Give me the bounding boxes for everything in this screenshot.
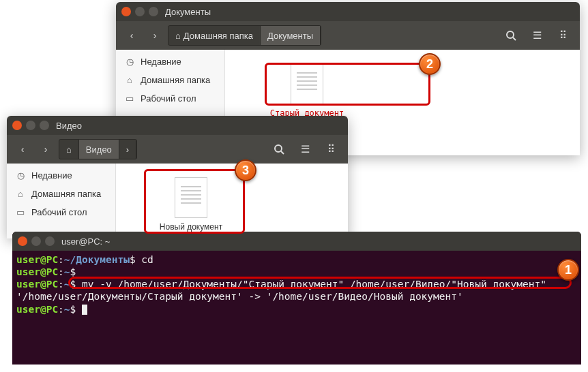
close-icon[interactable] (12, 121, 22, 130)
clock-icon: ◷ (124, 57, 135, 67)
sidebar-item-home[interactable]: ⌂ Домашняя папка (116, 71, 224, 89)
svg-point-0 (507, 31, 514, 38)
sidebar-item-label: Недавние (31, 170, 72, 181)
forward-button[interactable]: › (35, 139, 56, 159)
chevron-right-icon: › (126, 144, 129, 155)
terminal-output: '/home/user/Документы/Старый документ' -… (16, 290, 577, 303)
list-view-button[interactable]: ☰ (525, 25, 548, 46)
breadcrumb-current-label: Видео (86, 144, 112, 155)
breadcrumb-home-label: Домашняя папка (183, 31, 253, 41)
document-icon (291, 63, 323, 104)
marker-badge: 3 (235, 159, 256, 181)
sidebar-item-recent[interactable]: ◷ Недавние (116, 52, 224, 71)
svg-point-2 (275, 145, 282, 152)
file-item[interactable]: Новый документ (150, 177, 232, 232)
marker-badge: 2 (419, 53, 441, 75)
maximize-icon[interactable] (45, 236, 55, 246)
grid-view-button[interactable]: ⠿ (319, 139, 342, 159)
titlebar: Документы (116, 2, 580, 21)
breadcrumb-home[interactable]: ⌂ Домашняя папка (168, 26, 261, 45)
home-icon: ⌂ (175, 31, 181, 41)
close-icon[interactable] (18, 236, 27, 246)
toolbar: ‹ › ⌂ Домашняя папка Документы ☰ ⠿ (116, 21, 580, 50)
terminal-line: user@PC:~$ (16, 303, 577, 315)
toolbar: ‹ › ⌂ Видео › ☰ ⠿ (7, 135, 348, 164)
minimize-icon[interactable] (26, 121, 35, 130)
sidebar-item-label: Недавние (141, 57, 181, 67)
file-item[interactable]: Старый документ (266, 63, 348, 118)
sidebar-item-label: Домашняя папка (31, 189, 101, 199)
sidebar: ◷ Недавние ⌂ Домашняя папка ▭ Рабочий ст… (7, 164, 116, 238)
grid-view-button[interactable]: ⠿ (551, 25, 574, 46)
svg-line-3 (281, 151, 284, 154)
minimize-icon[interactable] (135, 7, 145, 16)
terminal-line: user@PC:~$ mv -v /home/user/Документы/"С… (16, 278, 577, 290)
search-button[interactable] (267, 139, 291, 159)
breadcrumb-current-label: Документы (267, 31, 313, 41)
maximize-icon[interactable] (40, 121, 49, 130)
marker-badge: 1 (557, 259, 579, 281)
titlebar: user@PC: ~ (12, 232, 581, 251)
window-title: user@PC: ~ (61, 236, 110, 247)
file-area[interactable]: Новый документ (116, 164, 348, 238)
breadcrumb-current[interactable]: Видео (79, 140, 119, 159)
document-icon (175, 177, 207, 218)
sidebar-item-desktop[interactable]: ▭ Рабочий стол (116, 89, 224, 108)
file-manager-videos: Видео ‹ › ⌂ Видео › ☰ ⠿ ◷ Недавние ⌂ (7, 116, 348, 238)
terminal-body[interactable]: user@PC:~/Документы$ cd user@PC:~$ user@… (12, 251, 581, 318)
minimize-icon[interactable] (31, 236, 41, 246)
sidebar-item-desktop[interactable]: ▭ Рабочий стол (7, 203, 115, 221)
home-icon: ⌂ (66, 144, 72, 155)
window-title: Документы (165, 7, 211, 17)
sidebar-item-recent[interactable]: ◷ Недавние (7, 166, 115, 185)
home-icon: ⌂ (15, 189, 26, 199)
terminal-line: user@PC:~$ (16, 266, 577, 278)
back-button[interactable]: ‹ (121, 25, 142, 46)
list-view-button[interactable]: ☰ (293, 139, 317, 159)
close-icon[interactable] (121, 7, 131, 16)
file-label: Новый документ (160, 222, 222, 232)
cursor (82, 305, 87, 315)
search-button[interactable] (499, 25, 523, 46)
sidebar-item-label: Рабочий стол (141, 93, 196, 104)
desktop-icon: ▭ (124, 93, 135, 104)
breadcrumb-next[interactable]: › (119, 140, 136, 159)
clock-icon: ◷ (15, 170, 26, 181)
titlebar: Видео (7, 116, 348, 135)
back-button[interactable]: ‹ (12, 139, 33, 159)
desktop-icon: ▭ (15, 207, 26, 217)
sidebar-item-label: Домашняя папка (141, 75, 210, 85)
terminal-window: user@PC: ~ user@PC:~/Документы$ cd user@… (12, 232, 581, 365)
svg-line-1 (513, 37, 516, 40)
maximize-icon[interactable] (149, 7, 158, 16)
sidebar-item-label: Рабочий стол (31, 207, 87, 217)
breadcrumb-current[interactable]: Документы (261, 26, 321, 45)
breadcrumb-home[interactable]: ⌂ (59, 140, 79, 159)
breadcrumb: ⌂ Видео › (59, 139, 137, 159)
home-icon: ⌂ (124, 75, 135, 85)
sidebar-item-home[interactable]: ⌂ Домашняя папка (7, 185, 115, 203)
forward-button[interactable]: › (145, 25, 165, 46)
window-title: Видео (56, 121, 82, 131)
breadcrumb: ⌂ Домашняя папка Документы (168, 25, 321, 46)
terminal-line: user@PC:~/Документы$ cd (16, 253, 577, 266)
